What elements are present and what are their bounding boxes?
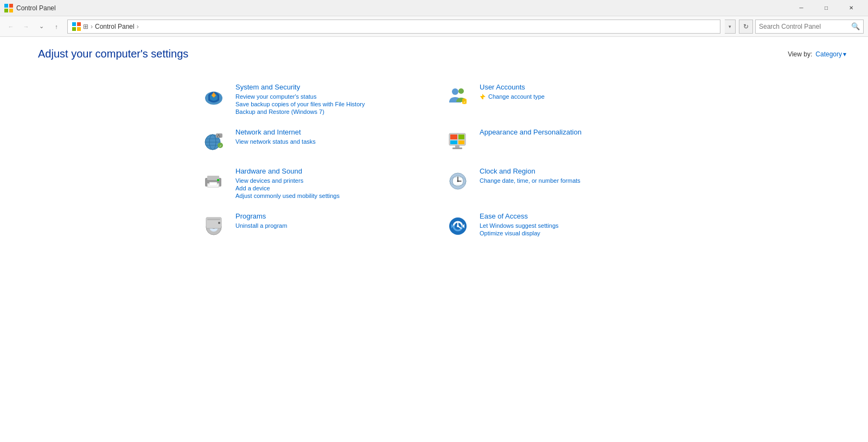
add-device-link[interactable]: Add a device: [235, 185, 423, 191]
system-security-icon: [201, 83, 227, 109]
title-bar: Control Panel ─ □ ✕: [0, 0, 868, 16]
svg-point-51: [218, 222, 220, 224]
user-accounts-text: User Accounts Change account type: [480, 83, 667, 101]
svg-rect-2: [4, 9, 8, 12]
minimize-button[interactable]: ─: [789, 0, 814, 16]
backup-copies-link[interactable]: Save backup copies of your files with Fi…: [235, 101, 423, 107]
app-icon: [4, 4, 13, 12]
close-button[interactable]: ✕: [839, 0, 864, 16]
search-input[interactable]: [759, 23, 849, 30]
change-account-link[interactable]: Change account type: [480, 93, 667, 101]
address-path-icon: ⊞: [83, 23, 88, 30]
programs-links: Uninstall a program: [235, 222, 423, 229]
view-by: View by: Category ▾: [788, 50, 846, 58]
category-system-security[interactable]: System and Security Review your computer…: [190, 76, 434, 121]
system-security-links: Review your computer's status Save backu…: [235, 93, 423, 115]
categories-grid: System and Security Review your computer…: [190, 76, 678, 245]
backup-restore-link[interactable]: Backup and Restore (Windows 7): [235, 108, 423, 115]
category-appearance[interactable]: Appearance and Personalization: [434, 121, 678, 161]
main-content: Adjust your computer's settings View by:…: [0, 37, 868, 442]
svg-rect-28: [450, 140, 457, 144]
category-user-accounts[interactable]: ✓ User Accounts Change account type: [434, 76, 678, 121]
ease-of-access-text: Ease of Access Let Windows suggest setti…: [480, 212, 667, 236]
address-dropdown[interactable]: ▾: [725, 20, 736, 34]
viewby-dropdown[interactable]: Category ▾: [815, 50, 846, 58]
user-accounts-title[interactable]: User Accounts: [480, 83, 667, 91]
svg-rect-21: [219, 136, 220, 138]
svg-rect-31: [452, 148, 462, 149]
svg-point-11: [452, 88, 458, 95]
svg-rect-4: [72, 22, 76, 26]
svg-rect-0: [4, 4, 8, 8]
ease-of-access-links: Let Windows suggest settings Optimize vi…: [480, 222, 667, 236]
user-accounts-icon: ✓: [445, 83, 471, 109]
clock-region-title[interactable]: Clock and Region: [480, 167, 667, 175]
viewby-arrow: ▾: [843, 50, 846, 58]
network-status-link[interactable]: View network status and tasks: [235, 138, 423, 145]
user-accounts-links: Change account type: [480, 93, 667, 101]
category-clock-region[interactable]: Clock and Region Change date, time, or n…: [434, 161, 678, 206]
appearance-title[interactable]: Appearance and Personalization: [480, 128, 667, 136]
programs-text: Programs Uninstall a program: [235, 212, 423, 229]
svg-text:✓: ✓: [219, 144, 222, 148]
svg-rect-22: [218, 134, 219, 136]
programs-icon: [201, 212, 227, 238]
category-hardware-sound[interactable]: Hardware and Sound View devices and prin…: [190, 161, 434, 206]
svg-rect-5: [77, 22, 81, 26]
window-title: Control Panel: [16, 4, 789, 12]
uninstall-link[interactable]: Uninstall a program: [235, 222, 423, 229]
down-button[interactable]: ⌄: [35, 20, 48, 33]
category-ease-of-access[interactable]: Ease of Access Let Windows suggest setti…: [434, 206, 678, 245]
view-devices-link[interactable]: View devices and printers: [235, 177, 423, 184]
address-bar: ← → ⌄ ↑ ⊞ › Control Panel › ▾ ↻ 🔍: [0, 16, 868, 37]
hardware-sound-icon: [201, 167, 227, 193]
address-chevron: ›: [91, 23, 93, 30]
svg-rect-20: [217, 136, 218, 138]
svg-rect-30: [455, 145, 459, 148]
ease-of-access-icon: [445, 212, 471, 238]
svg-rect-36: [209, 182, 217, 185]
visual-display-link[interactable]: Optimize visual display: [480, 230, 667, 236]
forward-button[interactable]: →: [20, 20, 33, 33]
address-path[interactable]: ⊞ › Control Panel ›: [67, 20, 720, 34]
change-date-link[interactable]: Change date, time, or number formats: [480, 177, 667, 184]
network-internet-text: Network and Internet View network status…: [235, 128, 423, 145]
hardware-sound-title[interactable]: Hardware and Sound: [235, 167, 423, 175]
svg-point-43: [457, 181, 459, 182]
svg-point-37: [217, 179, 219, 181]
mobility-settings-link[interactable]: Adjust commonly used mobility settings: [235, 193, 423, 199]
programs-title[interactable]: Programs: [235, 212, 423, 220]
svg-rect-29: [458, 140, 464, 144]
svg-rect-27: [458, 134, 464, 139]
search-icon: 🔍: [851, 22, 860, 30]
category-network-internet[interactable]: ✓ Network and Internet View network stat…: [190, 121, 434, 161]
clock-region-icon: [445, 167, 471, 193]
hardware-sound-text: Hardware and Sound View devices and prin…: [235, 167, 423, 199]
ease-of-access-title[interactable]: Ease of Access: [480, 212, 667, 220]
clock-region-text: Clock and Region Change date, time, or n…: [480, 167, 667, 184]
network-internet-links: View network status and tasks: [235, 138, 423, 145]
page-header: Adjust your computer's settings View by:…: [22, 48, 846, 60]
back-button[interactable]: ←: [4, 20, 17, 33]
search-box: 🔍: [755, 20, 864, 34]
up-button[interactable]: ↑: [50, 20, 63, 33]
svg-text:✓: ✓: [463, 100, 466, 104]
system-security-title[interactable]: System and Security: [235, 83, 423, 91]
svg-rect-1: [9, 4, 13, 8]
page-title: Adjust your computer's settings: [38, 48, 188, 60]
svg-point-57: [457, 225, 459, 227]
network-internet-title[interactable]: Network and Internet: [235, 128, 423, 136]
appearance-icon: [445, 128, 471, 154]
windows-suggest-link[interactable]: Let Windows suggest settings: [480, 222, 667, 229]
address-arrow: ›: [137, 23, 139, 30]
svg-rect-7: [77, 27, 81, 31]
refresh-button[interactable]: ↻: [739, 20, 753, 34]
category-programs[interactable]: Programs Uninstall a program: [190, 206, 434, 245]
network-internet-icon: ✓: [201, 128, 227, 154]
review-status-link[interactable]: Review your computer's status: [235, 93, 423, 100]
maximize-button[interactable]: □: [814, 0, 839, 16]
appearance-text: Appearance and Personalization: [480, 128, 667, 138]
hardware-sound-links: View devices and printers Add a device A…: [235, 177, 423, 199]
clock-region-links: Change date, time, or number formats: [480, 177, 667, 184]
svg-rect-26: [450, 134, 457, 139]
